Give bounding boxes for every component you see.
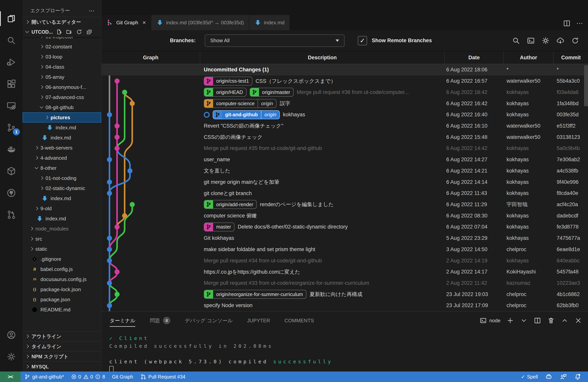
- tab-git-graph[interactable]: Git Graph×: [102, 15, 151, 30]
- sidebar-section-タイムライン[interactable]: タイムライン: [22, 341, 101, 351]
- commit-row[interactable]: origin/HEADorigin/masterMerge pull reque…: [102, 86, 588, 98]
- commit-row[interactable]: masterDelete docs/8-other/02-static-dyna…: [102, 221, 588, 233]
- panel-tab-JUPYTER[interactable]: JUPYTER: [247, 312, 270, 329]
- activity-item-explorer[interactable]: [0, 8, 22, 30]
- tree-item-02-static-dynamic[interactable]: 02-static-dynamic: [22, 183, 101, 193]
- tab-index-md[interactable]: index.md: [249, 15, 290, 30]
- commit-row[interactable]: user_name6 Aug 2022 14:27kokhayas7e306ab…: [102, 154, 588, 165]
- terminal-output[interactable]: ✓ Client Compiled successfully in 202.08…: [102, 329, 588, 373]
- tree-item-docusaurus.config.js[interactable]: JSdocusaurus.config.js: [22, 274, 101, 284]
- tree-item-.gitignore[interactable]: .gitignore: [22, 254, 101, 264]
- commit-row[interactable]: computer-scienceorigin誤字6 Aug 2022 16:42…: [102, 98, 588, 109]
- open-editors-section[interactable]: 開いているエディター: [22, 17, 101, 27]
- tree-item-README.md[interactable]: README.md: [22, 305, 101, 315]
- activity-item-docker[interactable]: [0, 138, 22, 160]
- spell-checker-item[interactable]: ✓ Spell: [517, 374, 541, 380]
- commit-row[interactable]: git-and-githuboriginkokhayas6 Aug 2022 1…: [102, 109, 588, 120]
- tree-item-nodemodules[interactable]: node_modules: [22, 224, 101, 234]
- tree-item-static[interactable]: static: [22, 244, 101, 254]
- tab-index-md-003fe35d-003fe35d-[interactable]: index.md (003fe35d^ ↔ 003fe35d): [151, 15, 249, 30]
- commit-row[interactable]: Merge pull request #34 from ut-code/git-…: [102, 255, 588, 266]
- tree-item-05-array[interactable]: 05-array: [22, 72, 101, 82]
- new-file-icon[interactable]: [56, 29, 62, 35]
- tree-item-3-web-servers[interactable]: 3-web-servers: [22, 143, 101, 153]
- new-folder-icon[interactable]: [66, 29, 72, 35]
- refresh-icon[interactable]: [571, 36, 579, 45]
- split-editor-icon[interactable]: [563, 19, 571, 27]
- activity-item-run-debug[interactable]: [0, 51, 22, 73]
- pull-request-status-item[interactable]: Pull Request #34: [137, 371, 189, 382]
- notifications-item[interactable]: [570, 373, 585, 381]
- commit-row[interactable]: https://.co.jpをhttps://github.comに変えた2 A…: [102, 266, 588, 277]
- gear-icon[interactable]: [541, 36, 550, 45]
- refresh-icon[interactable]: [76, 29, 83, 35]
- branch-badge[interactable]: origin/HEAD: [204, 88, 247, 97]
- branch-badge[interactable]: origin/reorganize-for-summer-curriculum: [204, 290, 306, 299]
- feedback-item[interactable]: [556, 373, 570, 381]
- tree-item-08-git-github[interactable]: 08-git-github: [22, 102, 101, 112]
- tree-item-babel.config.js[interactable]: Bbabel.config.js: [22, 264, 101, 274]
- scrollbar-thumb[interactable]: [584, 65, 588, 106]
- more-actions-icon[interactable]: ⋯: [576, 19, 583, 27]
- commit-row[interactable]: Git kokhayas5 Aug 2022 23:29kokhayas7475…: [102, 233, 588, 244]
- tree-item-07-advanced-css[interactable]: 07-advanced-css: [22, 92, 101, 102]
- maximize-panel-button[interactable]: [561, 317, 568, 324]
- git-graph-status-item[interactable]: Git Graph: [108, 371, 136, 382]
- branch-badge[interactable]: git-and-githuborigin: [213, 110, 280, 119]
- branches-dropdown[interactable]: Show All: [205, 34, 345, 47]
- commit-row[interactable]: origin/reorganize-for-summer-curriculum夏…: [102, 289, 588, 300]
- tree-item-pictures[interactable]: pictures: [22, 112, 101, 123]
- tree-item-06-anonymous-f...[interactable]: 06-anonymous-f...: [22, 82, 101, 92]
- commit-row[interactable]: 文を直した6 Aug 2022 14:21kokhayasa4c538fb: [102, 165, 588, 176]
- sidebar-section-MYSQL[interactable]: MYSQL: [22, 361, 101, 371]
- activity-item-extensions[interactable]: [0, 73, 22, 95]
- tree-item-index.md[interactable]: index.md: [22, 123, 101, 133]
- branch-status-item[interactable]: git-and-github*: [21, 371, 67, 382]
- activity-item-accounts[interactable]: [0, 324, 22, 346]
- project-section-header[interactable]: UTCOD...: [22, 27, 101, 37]
- new-terminal-button[interactable]: [506, 317, 514, 324]
- panel-tab-ターミナル[interactable]: ターミナル: [110, 312, 135, 329]
- commit-row[interactable]: specify Node version23 Jul 2022 17:09che…: [102, 300, 588, 311]
- branch-badge[interactable]: master: [204, 223, 234, 232]
- collapse-icon[interactable]: [86, 29, 93, 35]
- panel-tab-COMMENTS[interactable]: COMMENTS: [284, 312, 314, 329]
- branch-badge[interactable]: origin/css-test1: [204, 77, 252, 85]
- activity-item-source-control[interactable]: 1: [0, 117, 22, 138]
- tree-item-01-inspector[interactable]: 01-inspector: [22, 37, 101, 42]
- tree-item-index.md[interactable]: index.md: [22, 213, 101, 224]
- tree-item-src[interactable]: src: [22, 234, 101, 244]
- commit-row[interactable]: git cloneとgit branch6 Aug 2022 11:43kokh…: [102, 188, 588, 199]
- commit-row[interactable]: make sidebar foldable and set prism them…: [102, 244, 588, 255]
- commit-row[interactable]: computer science 俯瞰6 Aug 2022 08:30kokha…: [102, 210, 588, 221]
- branch-badge[interactable]: origin/master: [250, 88, 294, 97]
- close-panel-button[interactable]: [574, 317, 582, 324]
- show-remote-branches-checkbox[interactable]: ✓: [358, 36, 367, 45]
- sidebar-section-アウトライン[interactable]: アウトライン: [22, 331, 101, 341]
- activity-item-containers[interactable]: [0, 160, 22, 182]
- activity-item-settings[interactable]: [0, 346, 22, 368]
- sidebar-section-NPM スクリプト[interactable]: NPM スクリプト: [22, 351, 101, 361]
- terminal-icon[interactable]: [526, 36, 535, 45]
- panel-tab-問題[interactable]: 問題8: [150, 312, 170, 329]
- tree-item-03-loop[interactable]: 03-loop: [22, 52, 101, 62]
- tree-item-index.md[interactable]: index.md: [22, 193, 101, 203]
- activity-item-remote-explorer[interactable]: [0, 95, 22, 117]
- kill-terminal-button[interactable]: [547, 317, 555, 324]
- remote-indicator[interactable]: ><: [0, 371, 21, 382]
- tree-item-package.json[interactable]: {}package.json: [22, 295, 101, 305]
- tree-item-02-constant[interactable]: 02-constant: [22, 42, 101, 52]
- activity-item-pull-requests[interactable]: [0, 204, 22, 226]
- tree-item-4-advanced[interactable]: 4-advanced: [22, 153, 101, 163]
- commit-row[interactable]: Uncommitted Changes (1)6 Aug 2022 18:06*…: [102, 64, 588, 75]
- commit-row[interactable]: Merge pull request #35 from ut-code/git-…: [102, 143, 588, 154]
- commit-row[interactable]: CSSの節の画像チェック6 Aug 2022 15:48waterwalker5…: [102, 131, 588, 143]
- shell-selector[interactable]: node: [480, 317, 501, 324]
- branch-badge[interactable]: computer-scienceorigin: [204, 99, 276, 108]
- problems-status-item[interactable]: 008: [67, 371, 109, 382]
- commit-row[interactable]: origin/css-test1CSS（フレックスボックスまで）6 Aug 20…: [102, 75, 588, 87]
- close-icon[interactable]: ×: [143, 19, 146, 26]
- tree-item-index.md[interactable]: index.md: [22, 133, 101, 143]
- commit-row[interactable]: git merge origin mainなどを加筆6 Aug 2022 14:…: [102, 176, 588, 188]
- commit-row[interactable]: Merge pull request #33 from ut-code/reor…: [102, 277, 588, 289]
